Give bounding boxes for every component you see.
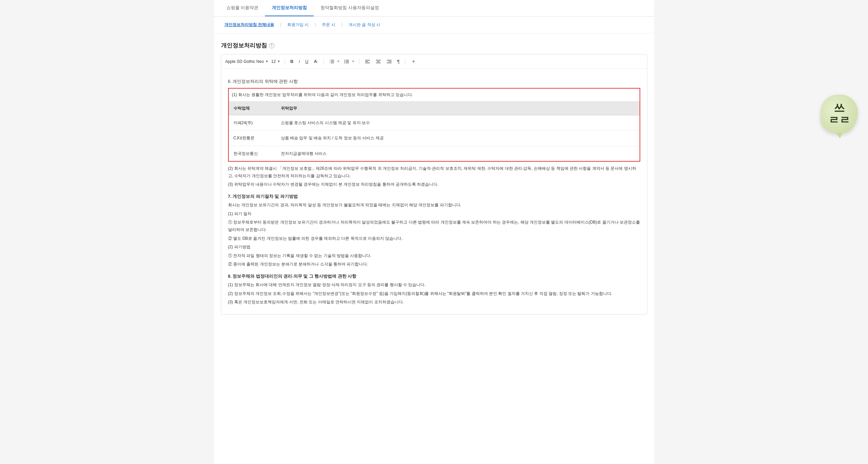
section8-2: (2) 정보주체의 개인정보 조회,수정을 위해서는 "개인정보변경"(또는 "… [228, 290, 640, 298]
privacy-table-wrapper: (1) 회사는 원활한 개인정보 업무처리를 위하여 다음과 같이 개인정보 처… [228, 88, 640, 162]
paragraph-button[interactable]: ¶ [396, 58, 401, 65]
svg-point-11 [344, 62, 345, 63]
sub-tab-membership[interactable]: 회원가입 시 [283, 20, 313, 30]
toolbar-size-selector[interactable]: 12 ▼ [271, 59, 280, 64]
table-header-task: 위탁업무 [276, 101, 640, 115]
table-row: 한국정보통신 전자지급결제대행 서비스 [229, 146, 640, 161]
font-name-arrow: ▼ [265, 60, 269, 63]
section7-sub2-1: ① 전자적 파일 형태의 정보는 기록을 재생할 수 없는 기술적 방법을 사용… [228, 252, 640, 260]
section6-heading: 6. 개인정보처리의 위탁에 관한 사항 [228, 78, 640, 85]
section8-title: 8. 정보주체와 법정대리인의 권리·의무 및 그 행사방법에 관한 사항 [228, 273, 640, 280]
toolbar-sep-3 [359, 59, 359, 65]
toolbar-font-selector[interactable]: Apple SD Gothic Neo ▼ [225, 59, 269, 64]
mascot-row1: 쓰 [828, 102, 850, 114]
section7-block: 7. 개인정보의 파기절차 및 파기방법 회사는 개인정보 보유기간의 경과, … [228, 193, 640, 268]
bold-button[interactable]: B [289, 58, 295, 65]
ordered-list-arrow: ▼ [337, 60, 340, 63]
section7-sub2-2: ② 종이에 출력된 개인정보는 분쇄기로 분쇄하거나 소각을 통하여 파기합니다… [228, 261, 640, 268]
svg-text:3: 3 [330, 62, 331, 64]
section7-sub2-title: (2) 파기방법 [228, 243, 640, 251]
section-title-text: 개인정보처리방침 [221, 42, 267, 49]
editor-toolbar: Apple SD Gothic Neo ▼ 12 ▼ B i U A : [221, 54, 647, 69]
font-size-arrow: ▼ [277, 60, 281, 63]
svg-point-10 [344, 61, 345, 62]
toolbar-sep-2 [324, 59, 324, 65]
table-cell-company-2: 한국정보통신 [229, 146, 276, 161]
table-cell-task-0: 쇼핑몰 호스팅 서비스의 시스템 제공 및 유지·보수 [276, 115, 640, 131]
toolbar-list-group: 1 2 3 ▼ [328, 58, 340, 65]
note2-text: (2) 회사는 위탁계약 체결시 「개인정보 보호법」제26조에 따라 위탁업무… [228, 165, 640, 180]
help-icon[interactable]: ? [269, 43, 274, 48]
font-color-label: A [314, 59, 317, 64]
align-center-button[interactable] [374, 58, 382, 65]
section7-sub1-title: (1) 파기 절차 [228, 210, 640, 218]
toolbar-sep-1 [285, 59, 285, 65]
section7-sub1-1: ① 정보주체로부터 동의받은 개인정보 보유기간이 경과하거나 처리목적이 달성… [228, 219, 640, 233]
table-cell-task-1: 상품 배송 업무 및 배송 위치 / 도착 정보 등의 서비스 제공 [276, 131, 640, 146]
section8-1: (1) 정보주체는 회사에 대해 언제든지 개인정보 열람·정정·삭제·처리정지… [228, 281, 640, 289]
mascot-text: 쓰 ㄹㄹ [828, 102, 850, 126]
editor-container: Apple SD Gothic Neo ▼ 12 ▼ B i U A : [221, 54, 647, 315]
section8-block: 8. 정보주체와 법정대리인의 권리·의무 및 그 행사방법에 관한 사항 (1… [228, 273, 640, 306]
ordered-list-button[interactable]: 1 2 3 [328, 58, 336, 65]
section7-sub1-2: ② 별도 DB로 옮겨진 개인정보는 법률에 의한 경우를 제외하고 다른 목적… [228, 235, 640, 242]
sub-tab-sep-1: | [280, 20, 281, 30]
top-tabs: 쇼핑몰 이용약관 개인정보처리방침 청약철회방침 사용자동의설정 [214, 0, 654, 17]
mascot-bubble: 쓰 ㄹㄹ [821, 95, 858, 134]
table-header-company: 수탁업체 [229, 101, 276, 115]
mascot-wrapper: 쓰 ㄹㄹ [821, 95, 858, 134]
section-title-area: 개인정보처리방침 ? [221, 42, 647, 49]
tab-privacy-policy[interactable]: 개인정보처리방침 [265, 0, 314, 16]
table-desc: (1) 회사는 원활한 개인정보 업무처리를 위하여 다음과 같이 개인정보 처… [229, 89, 640, 101]
sub-tab-post[interactable]: 게시판 글 작성 시 [344, 20, 385, 30]
editor-body[interactable]: 6. 개인정보처리의 위탁에 관한 사항 (1) 회사는 원활한 개인정보 업무… [221, 69, 647, 314]
table-cell-company-1: CJ대한통문 [229, 131, 276, 146]
table-cell-company-0: 카페24(주) [229, 115, 276, 131]
section7-desc: 회사는 개인정보 보유기간의 경과, 처리목적 달성 등 개인정보가 불필요하게… [228, 202, 640, 209]
section7-title: 7. 개인정보의 파기절차 및 파기방법 [228, 193, 640, 200]
align-right-button[interactable] [385, 58, 393, 65]
sub-tabs: 개인정보처리방침 전체내용 | 회원가입 시 | 주문 시 | 게시판 글 작성… [214, 17, 654, 33]
toolbar-unordered-group: ▼ [343, 58, 355, 65]
font-color-arrow: : [317, 60, 318, 63]
tab-subscription-auto[interactable]: 청약철회방침 사용자동의설정 [314, 0, 386, 16]
font-color-button[interactable]: A : [312, 58, 319, 65]
sub-tab-sep-2: | [315, 20, 316, 30]
privacy-table: 수탁업체 위탁업무 카페24(주) 쇼핑몰 호스팅 서비스의 시스템 제공 및 … [229, 101, 640, 161]
italic-button[interactable]: i [297, 58, 301, 65]
sub-tab-sep-3: | [341, 20, 342, 30]
more-button[interactable]: ＋ [409, 57, 418, 66]
unordered-list-button[interactable] [343, 58, 351, 65]
page-wrapper: 쇼핑몰 이용약관 개인정보처리방침 청약철회방침 사용자동의설정 개인정보처리방… [214, 0, 654, 464]
svg-point-9 [344, 60, 345, 60]
table-row: 카페24(주) 쇼핑몰 호스팅 서비스의 시스템 제공 및 유지·보수 [229, 115, 640, 131]
unordered-list-arrow: ▼ [352, 60, 355, 63]
main-content: 개인정보처리방침 ? Apple SD Gothic Neo ▼ 12 ▼ B … [214, 33, 654, 323]
font-name[interactable]: Apple SD Gothic Neo [225, 59, 264, 64]
mascot-row2: ㄹㄹ [828, 114, 850, 126]
note3-text: (3) 위탁업무의 내용이나 수탁자가 변경될 경우에는 지체없이 본 개인정보… [228, 181, 640, 188]
section8-3: (3) 혹은 개인정보보호책임자에게 서면, 전화 또는 이메일로 연락하시면 … [228, 299, 640, 306]
table-cell-task-2: 전자지급결제대행 서비스 [276, 146, 640, 161]
font-size[interactable]: 12 [271, 59, 275, 64]
tab-shopping-terms[interactable]: 쇼핑몰 이용약관 [220, 0, 265, 16]
sub-tab-all[interactable]: 개인정보처리방침 전체내용 [220, 20, 279, 30]
table-header-row: 수탁업체 위탁업무 [229, 101, 640, 115]
table-row: CJ대한통문 상품 배송 업무 및 배송 위치 / 도착 정보 등의 서비스 제… [229, 131, 640, 146]
underline-button[interactable]: U [304, 58, 310, 65]
toolbar-sep-4 [405, 59, 405, 65]
sub-tab-order[interactable]: 주문 시 [317, 20, 340, 30]
align-left-button[interactable] [363, 58, 372, 65]
